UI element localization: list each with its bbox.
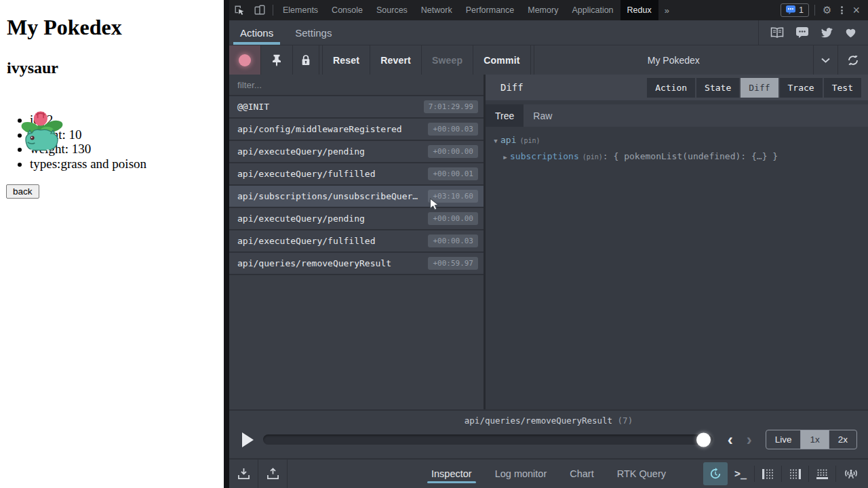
dock-left-button[interactable] [757,460,779,488]
twitter-icon[interactable] [814,20,839,45]
autorefresh-icon [709,467,722,481]
devtools-tab[interactable]: Console [325,0,370,20]
inspector-panel-title: Diff [500,82,647,93]
action-label: api/executeQuery/pending [229,146,428,157]
action-list-item[interactable]: @@INIT 7:01:29.99 [229,96,484,119]
bottom-tab[interactable]: Log monitor [494,463,549,485]
sync-button[interactable] [838,45,868,75]
tree-key: api [500,135,516,145]
player-bar: api/queries/removeQueryResult (7) ‹ › Li… [229,409,868,458]
action-time-badge: +00:00.01 [428,167,478,180]
action-list-item[interactable]: api/queries/removeQueryResult +00:59.97 [229,253,484,275]
diff-tree: ▼ api (pin) ▶ subscriptions (pin) : { po… [486,127,868,409]
devtools-tab[interactable]: Sources [370,0,414,20]
feedback-chat-icon[interactable] [790,20,814,45]
collapse-arrow-icon[interactable]: ▶ [500,154,510,161]
close-icon[interactable]: × [848,3,868,18]
issues-counter[interactable]: 1 [781,3,809,17]
monitor-tab[interactable]: Actions [229,20,284,45]
speed-button[interactable]: 1x [801,430,829,449]
export-button[interactable] [258,460,288,488]
expand-arrow-icon[interactable]: ▼ [491,138,500,144]
sync-icon [847,54,859,66]
device-toolbar-icon[interactable] [250,0,270,20]
action-label: api/queries/removeQueryResult [229,258,428,268]
export-icon [267,468,279,480]
toolbar-button[interactable]: Revert [370,45,422,75]
pin-button[interactable] [261,45,293,75]
speed-button[interactable]: Live [766,430,802,449]
remote-icon [844,468,859,480]
play-button[interactable] [236,432,259,447]
action-list-item[interactable]: api/config/middlewareRegistered +00:00.0… [229,119,484,141]
dock-bottom-button[interactable] [811,460,833,488]
instance-selector[interactable]: My Pokedex [534,45,838,75]
more-tabs-icon[interactable]: » [658,5,675,16]
action-list-item[interactable]: api/executeQuery/pending +00:00.00 [229,208,484,230]
dock-bottom-icon [816,469,828,479]
docs-book-icon[interactable] [764,20,790,45]
view-tab[interactable]: Raw [524,104,561,127]
remote-button[interactable] [838,460,864,488]
more-menu-icon[interactable] [836,0,848,20]
action-list-item[interactable]: api/executeQuery/fulfilled +00:00.01 [229,163,484,186]
instance-selector-value: My Pokedex [534,55,813,66]
inspector-mode-buttons: ActionStateDiffTraceTest [647,78,861,98]
lock-icon [300,54,311,66]
inspector-mode-button[interactable]: Diff [741,78,778,98]
separator [808,466,809,482]
view-tab[interactable]: Tree [486,104,524,127]
dock-right-button[interactable] [784,460,806,488]
timeline-slider[interactable] [263,434,713,445]
back-button[interactable]: back [6,184,39,199]
redux-monitor-tab-bar: ActionsSettings [229,20,868,45]
record-button[interactable] [229,45,261,75]
action-time-badge: +00:59.97 [428,257,478,270]
inspector-mode-button[interactable]: Test [824,78,861,98]
terminal-button[interactable]: >_ [729,460,752,488]
bottom-tab[interactable]: Inspector [430,463,473,485]
pin-link[interactable]: (pin) [519,137,540,144]
inspect-icon[interactable] [229,0,250,20]
action-list-item[interactable]: api/executeQuery/fulfilled +00:00.03 [229,230,484,253]
bottom-tab[interactable]: Chart [568,463,595,485]
import-button[interactable] [229,460,258,488]
step-back-button[interactable]: ‹ [721,432,740,447]
inspector-mode-button[interactable]: Trace [780,78,823,98]
action-list-panel: @@INIT 7:01:29.99 api/config/middlewareR… [229,75,486,409]
devtools-tab[interactable]: Elements [276,0,325,20]
separator [835,466,836,482]
heart-icon[interactable] [839,20,863,45]
action-label: api/subscriptions/unsubscribeQuer… [229,191,428,201]
settings-gear-icon[interactable]: ⚙ [818,4,836,16]
toolbar-button[interactable]: Sweep [422,45,473,75]
speed-button[interactable]: 2x [829,430,856,449]
tree-row-subscriptions[interactable]: ▶ subscriptions (pin) : { pokemonList(un… [500,151,868,161]
toolbar-button[interactable]: Reset [323,45,370,75]
tree-row-api[interactable]: ▼ api (pin) [491,135,868,145]
autorefresh-button[interactable] [703,462,728,485]
lock-button[interactable] [293,45,319,75]
bottom-tab[interactable]: RTK Query [616,463,667,485]
slider-handle[interactable] [696,432,711,447]
action-list-item[interactable]: api/subscriptions/unsubscribeQuer… +03:1… [229,186,484,208]
pokemon-name-heading: ivysaur [7,59,224,77]
filter-input[interactable] [229,80,484,90]
devtools-tab[interactable]: Performance [459,0,521,20]
devtools-tab[interactable]: Network [414,0,459,20]
player-current-action: api/queries/removeQueryResult (7) [229,415,868,426]
inspector-mode-button[interactable]: State [696,78,739,98]
action-rows: @@INIT 7:01:29.99 api/config/middlewareR… [229,96,484,275]
monitor-tabs: ActionsSettings [229,20,342,45]
monitor-tab[interactable]: Settings [284,20,342,45]
devtools-tab[interactable]: Application [565,0,620,20]
step-forward-button[interactable]: › [740,432,759,447]
bottom-toolbar: InspectorLog monitorChartRTK Query >_ [229,458,868,488]
toolbar-button[interactable]: Commit [473,45,530,75]
action-time-badge: 7:01:29.99 [424,100,478,113]
devtools-tab[interactable]: Redux [620,0,658,20]
devtools-tab[interactable]: Memory [521,0,565,20]
inspector-mode-button[interactable]: Action [647,78,695,98]
pin-link[interactable]: (pin) [583,153,603,161]
action-list-item[interactable]: api/executeQuery/pending +00:00.00 [229,141,484,163]
